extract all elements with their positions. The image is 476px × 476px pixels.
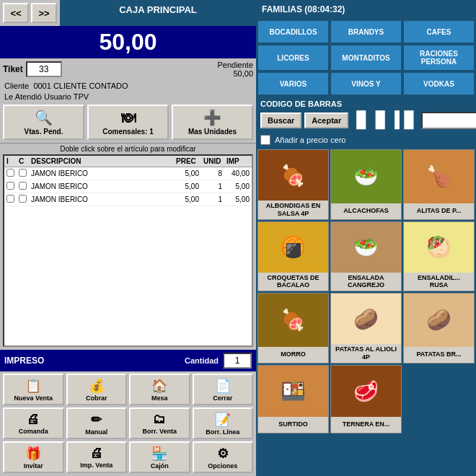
next-button[interactable]: >> [31,3,57,23]
borr-venta-label: Borr. Venta [142,428,177,435]
cat-btn-raciones-persona[interactable]: RACIONES PERSONA [403,45,475,71]
manual-button[interactable]: ✏ Manual [66,407,128,439]
food-item-patatas-alioli[interactable]: 🥔PATATAS AL ALIOLI 4P [330,293,402,363]
borr-linea-icon: 📝 [215,412,231,428]
food-grid: 🍖ALBONDIGAS EN SALSA 4P🥗ALCACHOFAS🍗ALITA… [256,148,476,476]
cat-btn-vodkas[interactable]: VODKAS [403,72,475,95]
col-desc-header: DESCRIPCION [29,156,174,167]
cat-btn-cafes[interactable]: CAFES [403,20,475,43]
cliente-label: Cliente [4,81,29,90]
imp-venta-button[interactable]: 🖨 Imp. Venta [66,441,128,473]
bottom-row-3: 🎁 Invitar 🖨 Imp. Venta 🏪 Cajón ⚙ Opcione… [3,441,253,473]
row-unid: 8 [201,167,224,180]
row-imp: 5,00 [224,180,252,193]
precio-cero-checkbox[interactable] [260,135,270,145]
tiket-input[interactable] [26,61,62,77]
comanda-icon: 🖨 [27,412,40,427]
mesa-icon: 🏠 [151,378,167,394]
precio-cero-label: Añadir a precio cero [275,136,345,144]
vtas-pend-button[interactable]: 🔍 Vtas. Pend. [3,105,84,140]
table-row[interactable]: JAMON IBERICO 5,00 1 5,00 [4,180,252,193]
comanda-button[interactable]: 🖨 Comanda [3,407,64,439]
table-row[interactable]: JAMON IBERICO 5,00 8 40,00 [4,167,252,180]
nueva-venta-button[interactable]: 📋 Nueva Venta [3,374,64,405]
bottom-row-1: 📋 Nueva Venta 💰 Cobrar 🏠 Mesa 📄 Cerrar [3,374,253,405]
food-label-patatas-br: PATATAS BR... [404,347,474,363]
nueva-venta-icon: 📋 [25,378,41,394]
invitar-button[interactable]: 🎁 Invitar [3,441,64,473]
cat-btn-varios[interactable]: VARIOS [257,72,329,95]
row-unid: 1 [201,180,224,193]
food-item-alcachofas[interactable]: 🥗ALCACHOFAS [330,149,402,220]
food-item-surtido[interactable]: 🍱SURTIDO [257,365,329,433]
amount-display: 50,00 [0,26,256,58]
food-item-albondigas[interactable]: 🍖ALBONDIGAS EN SALSA 4P [257,149,329,220]
food-item-patatas-br[interactable]: 🥔PATATAS BR... [403,293,475,363]
cat-btn-brandys[interactable]: BRANDYS [330,20,402,43]
opciones-button[interactable]: ⚙ Opciones [193,441,254,473]
cat-btn-vinos-y[interactable]: VINOS Y [330,72,402,95]
col-c-header: C [17,156,29,167]
row-imp: 40,00 [224,167,252,180]
cajon-button[interactable]: 🏪 Cajón [129,441,190,473]
tiket-label: Tiket [3,64,23,74]
food-label-surtido: SURTIDO [258,417,328,433]
cliente-value: 0001 CLIENTE CONTADO [33,81,128,90]
food-item-croquetas[interactable]: 🍘CROQUETAS DE BACALAO [257,221,329,292]
food-label-croquetas: CROQUETAS DE BACALAO [258,273,328,291]
mesa-button[interactable]: 🏠 Mesa [129,374,190,405]
cat-btn-licores[interactable]: LICORES [257,45,329,71]
row-desc: JAMON IBERICO [29,180,174,193]
hint-bar: Doble click sobre el artículo para modif… [0,143,256,154]
comensales-button[interactable]: 🍽 Comensales: 1 [87,105,169,140]
row-c [17,193,29,206]
borr-venta-button[interactable]: 🗂 Borr. Venta [129,407,190,439]
food-item-morro[interactable]: 🍖MORRO [257,293,329,363]
comanda-label: Comanda [19,428,48,435]
manual-icon: ✏ [91,412,102,428]
food-img-morro: 🍖 [258,294,328,347]
food-item-alitas[interactable]: 🍗ALITAS DE P... [403,149,475,220]
food-item-ensalada-cangrejo[interactable]: 🥗ENSALADA CANGREJO [330,221,402,292]
cat-btn-bocadillos[interactable]: BOCADILLOS [257,20,329,43]
food-img-alcachofas: 🥗 [331,150,401,203]
row-imp: 5,00 [224,193,252,206]
cerrar-label: Cerrar [213,395,232,402]
food-label-albondigas: ALBONDIGAS EN SALSA 4P [258,200,328,219]
barcode-input[interactable] [421,112,476,129]
cantidad-input[interactable] [223,353,252,369]
cobrar-label: Cobrar [86,395,107,402]
imp-venta-label: Imp. Venta [80,462,113,469]
mas-unidades-button[interactable]: ➕ Mas Unidades [172,105,253,140]
col-prec-header: PREC [174,156,201,167]
prev-button[interactable]: << [3,3,29,23]
mesa-label: Mesa [151,395,168,402]
caja-header: CAJA PRINCIPAL [60,0,256,26]
cobrar-button[interactable]: 💰 Cobrar [66,374,128,405]
food-img-ternera: 🥩 [331,366,401,417]
aceptar-button[interactable]: Aceptar [304,113,348,128]
invitar-icon: 🎁 [25,446,41,462]
food-label-ensaladil-rusa: ENSALADIL... RUSA [404,273,474,291]
col-unid-header: UNID [201,156,224,167]
cajon-label: Cajón [151,462,169,470]
row-c [17,167,29,180]
search-icon: 🔍 [35,109,53,126]
table-row[interactable]: JAMON IBERICO 5,00 1 5,00 [4,193,252,206]
bottom-buttons: 📋 Nueva Venta 💰 Cobrar 🏠 Mesa 📄 Cerrar 🖨… [0,371,256,476]
row-prec: 5,00 [174,180,201,193]
nueva-venta-label: Nueva Venta [14,395,53,402]
buscar-button[interactable]: Buscar [260,113,301,128]
opciones-icon: ⚙ [217,446,229,462]
cerrar-icon: 📄 [215,378,231,394]
food-img-croquetas: 🍘 [258,222,328,273]
cat-btn-montaditos[interactable]: MONTADITOS [330,45,402,71]
borr-venta-icon: 🗂 [153,412,166,427]
food-item-ensaladil-rusa[interactable]: 🥙ENSALADIL... RUSA [403,221,475,292]
food-label-ensalada-cangrejo: ENSALADA CANGREJO [331,273,401,291]
food-item-ternera[interactable]: 🥩TERNERA EN... [330,365,402,433]
cantidad-label: Cantidad [185,356,219,365]
borr-linea-button[interactable]: 📝 Borr. Línea [193,407,254,439]
cobrar-icon: 💰 [89,378,105,394]
cerrar-button[interactable]: 📄 Cerrar [193,374,254,405]
